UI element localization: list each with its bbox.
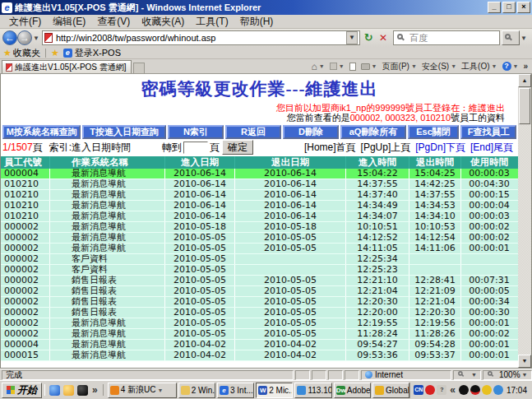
goto-confirm-button[interactable]: 確定 xyxy=(222,140,253,155)
table-row[interactable]: 000002客戶資料2010-05-0512:25:23 xyxy=(1,265,518,276)
table-cell: 2010-05-05 xyxy=(235,329,346,339)
home-page-link[interactable]: [Home]首頁 xyxy=(304,141,356,155)
scroll-down-icon[interactable]: ▼ xyxy=(518,355,531,368)
table-row[interactable]: 000002最新消息導航2010-05-052010-05-0514:11:05… xyxy=(1,244,518,254)
delete-all-button[interactable]: aQ刪除所有 xyxy=(340,125,406,139)
table-row[interactable]: 000002最新消息導航2010-05-052010-05-0514:12:52… xyxy=(1,233,518,244)
quick-launch-ie-icon[interactable] xyxy=(49,385,60,396)
table-row[interactable]: 000002最新消息導航2010-05-182010-05-1810:10:51… xyxy=(1,222,518,233)
phishing-filter-button[interactable]: ▼ xyxy=(453,370,481,380)
quick-launch-overflow-chevron[interactable]: » xyxy=(92,384,98,396)
menu-file[interactable]: 文件(F) xyxy=(3,15,47,29)
search-box[interactable]: 百度 xyxy=(393,30,500,45)
tray-red-app-icon[interactable] xyxy=(425,385,435,395)
home-button[interactable]: ⌂▼ xyxy=(311,61,324,72)
back-button[interactable]: ← xyxy=(2,30,17,45)
goto-page-input[interactable] xyxy=(183,142,208,154)
close-button[interactable]: × xyxy=(517,2,530,13)
page-fraction: 1/1507 xyxy=(2,142,33,153)
history-dropdown-icon[interactable]: ▼ xyxy=(33,35,39,42)
forward-button[interactable]: → xyxy=(17,30,32,45)
address-bar[interactable]: http://win2008/tw/password/whinout.asp ▼ xyxy=(42,30,360,45)
table-row[interactable]: 000004最新消息導航2010-06-142010-06-1415:04:22… xyxy=(1,169,518,179)
help-button[interactable]: ?▼ xyxy=(502,62,519,71)
command-overflow-chevron[interactable]: » xyxy=(523,62,528,71)
taskbar-button-sinauc[interactable]: 4 新浪UC▼ xyxy=(108,383,177,398)
table-row[interactable]: 010210最新消息導航2010-06-142010-06-1414:34:07… xyxy=(1,211,518,222)
feeds-button[interactable]: ▼ xyxy=(330,63,345,70)
tray-qq2-icon[interactable] xyxy=(470,385,480,395)
next-page-link[interactable]: [PgDn]下頁 xyxy=(415,141,465,155)
taskbar-button-windows[interactable]: 2 Win...▼ xyxy=(178,383,215,398)
quick-launch-qq-icon[interactable] xyxy=(77,385,88,396)
table-row[interactable]: 000015最新消息導航2010-04-022010-04-0209:53:36… xyxy=(1,350,518,361)
table-cell: 15:04:22 xyxy=(346,169,409,179)
query-by-system-name-button[interactable]: M按系統名稱查詢 xyxy=(2,125,81,139)
favorite-link[interactable]: 登录X-POS xyxy=(75,47,121,59)
table-row[interactable]: 000002銷售日報表2010-05-052010-05-0512:20:001… xyxy=(1,308,518,318)
address-dropdown-button[interactable]: ▼ xyxy=(346,31,358,44)
table-row[interactable]: 000002最新消息導航2010-05-052010-05-0511:28:24… xyxy=(1,329,518,340)
table-row[interactable]: 010210最新消息導航2010-06-142010-06-1414:37:40… xyxy=(1,190,518,201)
find-employee-button[interactable]: F查找員工 xyxy=(460,125,516,139)
read-mail-button[interactable] xyxy=(349,63,356,71)
zoom-control[interactable]: 100%▼ xyxy=(483,370,532,380)
table-cell: 2010-06-14 xyxy=(235,201,346,211)
maximize-button[interactable]: □ xyxy=(502,2,516,13)
search-go-button[interactable] xyxy=(502,30,520,45)
prev-page-link[interactable]: [PgUp]上頁 xyxy=(361,141,411,155)
table-row[interactable]: 010210最新消息導航2010-06-142010-06-1414:37:55… xyxy=(1,179,518,190)
add-favorite-icon[interactable]: ★ xyxy=(51,48,59,58)
menu-tools[interactable]: 工具(T) xyxy=(190,15,234,29)
refresh-button[interactable]: ↻ xyxy=(362,30,375,45)
taskbar-button-113[interactable]: 113.10... xyxy=(294,383,331,398)
taskbar-button-word[interactable]: W 2 Mic...▼ xyxy=(256,383,293,398)
tray-collapse-chevron[interactable]: « xyxy=(450,384,456,396)
table-row[interactable]: 000002銷售日報表2010-05-052010-05-0512:20:301… xyxy=(1,297,518,308)
table-row[interactable]: 000002銷售日報表2010-05-052010-05-0512:21:101… xyxy=(1,276,518,286)
last-page-link[interactable]: [End]尾頁 xyxy=(470,141,513,155)
esc-close-button[interactable]: Esc關閉 xyxy=(408,125,459,139)
table-row[interactable]: 000004最新消息導航2010-04-022010-04-0209:54:27… xyxy=(1,340,518,350)
quick-launch-uc-icon[interactable] xyxy=(63,385,74,396)
safety-menu-button[interactable]: 安全(S)▼ xyxy=(422,61,456,72)
input-method-indicator[interactable]: CN xyxy=(414,385,423,395)
query-by-entry-date-button[interactable]: T按進入日期查詢 xyxy=(82,125,166,139)
table-row[interactable]: 010210最新消息導航2010-06-142010-06-1414:34:49… xyxy=(1,201,518,211)
table-cell: 2010-05-05 xyxy=(235,233,346,243)
table-row[interactable]: 000002最新消息導航2010-05-052010-05-0512:19:55… xyxy=(1,318,518,329)
delete-button[interactable]: D刪除 xyxy=(283,125,339,139)
tray-star-icon[interactable] xyxy=(482,385,492,395)
new-tab-button[interactable] xyxy=(133,63,145,73)
favorites-label[interactable]: 收藏夹 xyxy=(13,47,40,59)
table-row[interactable]: 000002客戶資料2010-05-0512:25:34 xyxy=(1,254,518,265)
menu-view[interactable]: 查看(V) xyxy=(91,15,136,29)
page-nav-links: [Home]首頁 [PgUp]上頁 [PgDn]下頁 [End]尾頁 xyxy=(304,141,513,155)
active-tab[interactable]: 維護進出V1.05[X-POS 雲通網] xyxy=(2,60,132,73)
tray-help-icon[interactable]: ? xyxy=(437,385,446,395)
menu-favorites[interactable]: 收藏夹(A) xyxy=(136,15,190,29)
search-options-dropdown-icon[interactable]: ▼ xyxy=(520,35,527,42)
minimize-button[interactable]: _ xyxy=(488,2,501,13)
taskbar-button-adobe[interactable]: Dw Adobe ... xyxy=(334,383,371,398)
taskbar-button-global[interactable]: Global... xyxy=(372,383,409,398)
taskbar-button-internet[interactable]: e 3 Int...▼ xyxy=(217,383,254,398)
menu-edit[interactable]: 编辑(E) xyxy=(47,15,91,29)
start-button[interactable]: 开始 xyxy=(2,383,42,398)
page-menu-button[interactable]: 页面(P)▼ xyxy=(382,61,417,72)
tools-menu-button[interactable]: 工具(O)▼ xyxy=(461,61,497,72)
stop-button[interactable]: ✕ xyxy=(377,30,390,45)
scrollbar-thumb[interactable] xyxy=(519,88,530,124)
table-cell: 00:00:01 xyxy=(461,340,517,350)
scrollbar-track[interactable] xyxy=(518,125,531,355)
index-button[interactable]: N索引 xyxy=(168,125,224,139)
address-url[interactable]: http://win2008/tw/password/whinout.asp xyxy=(56,33,346,43)
vertical-scrollbar[interactable]: ▲ ▼ xyxy=(518,74,531,368)
return-button[interactable]: R返回 xyxy=(225,125,281,139)
tray-network-icon[interactable] xyxy=(493,385,503,395)
scroll-up-icon[interactable]: ▲ xyxy=(518,74,531,87)
menu-help[interactable]: 帮助(H) xyxy=(234,15,280,29)
tray-qq-icon[interactable] xyxy=(459,385,469,395)
print-button[interactable]: ▼ xyxy=(361,63,377,70)
table-row[interactable]: 000002銷售日報表2010-05-052010-05-0512:21:041… xyxy=(1,286,518,297)
